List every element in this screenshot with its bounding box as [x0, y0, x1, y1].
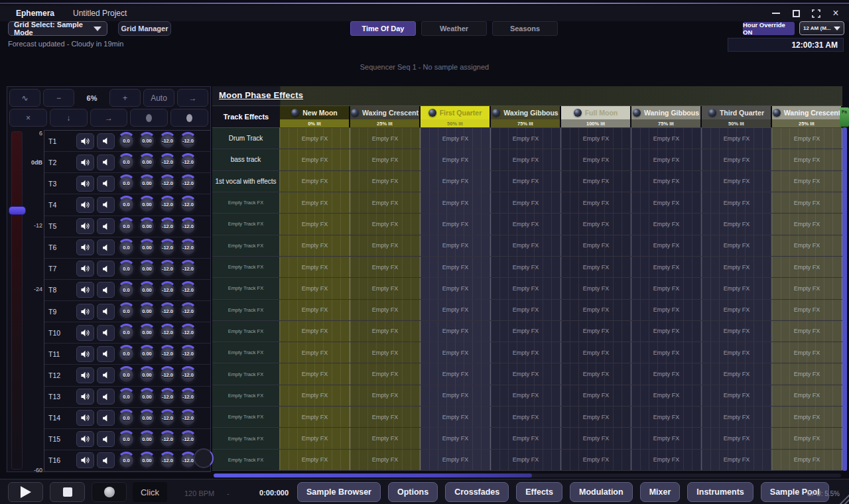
effect-cell[interactable]: Empty FX — [702, 214, 772, 234]
track-volume-button[interactable] — [76, 452, 94, 468]
effect-cell[interactable]: Empty FX — [561, 300, 631, 320]
modulation-button[interactable]: Modulation — [570, 482, 633, 502]
vertical-scrollbar[interactable] — [842, 127, 847, 471]
effect-cell[interactable]: Empty FX — [561, 171, 631, 192]
knob[interactable]: 0.00 — [138, 366, 156, 384]
effect-cell[interactable]: Empty FX — [631, 428, 702, 448]
phase-column-header[interactable]: Waxing Crescent 25% lit — [350, 106, 421, 127]
track-mute-button[interactable] — [97, 261, 115, 277]
effect-cell[interactable]: Empty FX — [772, 214, 842, 234]
effect-cell[interactable]: Empty FX — [280, 171, 350, 192]
knob[interactable]: -12.0 — [159, 174, 176, 192]
knob[interactable]: -12.0 — [179, 153, 197, 171]
phase-column-header[interactable]: Waxing Gibbous 75% lit — [491, 106, 561, 127]
track-mute-button[interactable] — [97, 218, 115, 234]
track-mute-button[interactable] — [97, 155, 115, 170]
effect-cell[interactable]: Empty FX — [631, 171, 702, 192]
track-mute-button[interactable] — [97, 431, 115, 447]
effect-cell[interactable]: Empty FX — [772, 321, 842, 342]
tab-weather[interactable]: Weather — [421, 21, 487, 36]
track-volume-button[interactable] — [76, 282, 94, 298]
knob[interactable]: -12.0 — [179, 366, 197, 384]
effect-cell[interactable]: Empty FX — [631, 257, 702, 277]
effects-button[interactable]: Effects — [516, 482, 562, 502]
effect-cell[interactable]: Empty FX — [421, 214, 491, 234]
knob[interactable]: -12.0 — [159, 196, 176, 214]
knob[interactable]: -12.0 — [159, 452, 176, 470]
knob[interactable]: -12.0 — [159, 153, 176, 171]
effect-cell[interactable]: Empty FX — [561, 192, 631, 213]
effect-cell[interactable]: Empty FX — [702, 407, 772, 427]
minimize-button[interactable] — [769, 7, 783, 19]
track-volume-button[interactable] — [76, 261, 94, 277]
knob[interactable]: 0.0 — [117, 281, 135, 299]
effect-cell[interactable]: Empty FX — [772, 257, 842, 277]
knob[interactable]: -12.0 — [159, 430, 176, 448]
effect-cell[interactable]: Empty FX — [421, 385, 491, 406]
effect-cell[interactable]: Empty FX — [702, 278, 772, 298]
effect-cell[interactable]: Empty FX — [561, 214, 631, 234]
track-effects-name[interactable]: Empty Track FX — [212, 450, 280, 470]
effect-cell[interactable]: Empty FX — [280, 428, 350, 448]
effect-cell[interactable]: Empty FX — [280, 257, 350, 277]
knob[interactable]: 0.00 — [138, 196, 156, 214]
effect-cell[interactable]: Empty FX — [350, 300, 421, 320]
track-mute-button[interactable] — [97, 304, 115, 320]
effect-cell[interactable]: Empty FX — [631, 407, 702, 427]
knob[interactable]: 0.00 — [138, 409, 156, 427]
knob[interactable]: -12.0 — [159, 218, 176, 235]
effect-cell[interactable]: Empty FX — [280, 300, 350, 320]
effect-cell[interactable]: Empty FX — [702, 300, 772, 320]
effect-cell[interactable]: Empty FX — [421, 257, 491, 277]
effect-cell[interactable]: Empty FX — [631, 235, 702, 256]
effect-cell[interactable]: Empty FX — [561, 363, 631, 384]
track-volume-button[interactable] — [76, 155, 94, 170]
effect-cell[interactable]: Empty FX — [491, 300, 561, 320]
knob[interactable]: -12.0 — [179, 196, 197, 214]
effect-cell[interactable]: Empty FX — [561, 278, 631, 298]
track-volume-button[interactable] — [76, 304, 94, 320]
effect-cell[interactable]: Empty FX — [350, 171, 421, 192]
track-effects-name[interactable]: Empty Track FX — [212, 363, 280, 384]
knob[interactable]: 0.0 — [117, 302, 135, 320]
effect-cell[interactable]: Empty FX — [491, 149, 561, 170]
knob[interactable]: 0.0 — [117, 452, 135, 470]
track-mute-button[interactable] — [97, 176, 115, 192]
effect-cell[interactable]: Empty FX — [421, 450, 491, 470]
effect-cell[interactable]: Empty FX — [631, 321, 702, 342]
effect-cell[interactable]: Empty FX — [561, 128, 631, 149]
track-mute-button[interactable] — [97, 133, 115, 149]
effect-cell[interactable]: Empty FX — [280, 128, 350, 149]
effect-cell[interactable]: Empty FX — [772, 407, 842, 427]
effect-cell[interactable]: Empty FX — [772, 278, 842, 298]
knob[interactable]: 0.0 — [117, 345, 135, 363]
knob[interactable]: 0.00 — [138, 452, 156, 470]
effect-cell[interactable]: Empty FX — [350, 214, 421, 234]
phase-column-header[interactable]: Waning Crescent 25% lit — [772, 106, 842, 127]
phase-column-header[interactable]: Waning Gibbous 75% lit — [631, 106, 702, 127]
effect-cell[interactable]: Empty FX — [280, 235, 350, 256]
effect-cell[interactable]: Empty FX — [772, 192, 842, 213]
track-effects-name[interactable]: 1st vocal with effects — [212, 171, 280, 192]
effect-cell[interactable]: Empty FX — [772, 171, 842, 192]
tab-seasons[interactable]: Seasons — [492, 21, 558, 36]
effect-cell[interactable]: Empty FX — [350, 363, 421, 384]
panel-edge-button[interactable]: Pa — [840, 107, 849, 127]
effect-cell[interactable]: Empty FX — [280, 407, 350, 427]
track-volume-button[interactable] — [76, 389, 94, 405]
effect-cell[interactable]: Empty FX — [631, 149, 702, 170]
knob[interactable]: -12.0 — [159, 281, 176, 299]
effect-cell[interactable]: Empty FX — [491, 235, 561, 256]
track-effects-name[interactable]: Empty Track FX — [212, 342, 280, 363]
knob[interactable]: -12.0 — [159, 260, 176, 278]
click-metronome-button[interactable]: Click — [133, 482, 167, 502]
effect-cell[interactable]: Empty FX — [491, 128, 561, 149]
zoom-in-button[interactable]: + — [109, 89, 141, 107]
track-effects-name[interactable]: bass track — [212, 149, 280, 170]
effect-cell[interactable]: Empty FX — [631, 342, 702, 363]
effect-cell[interactable]: Empty FX — [561, 342, 631, 363]
effect-cell[interactable]: Empty FX — [421, 235, 491, 256]
effect-cell[interactable]: Empty FX — [280, 321, 350, 342]
track-volume-button[interactable] — [76, 176, 94, 192]
knob[interactable]: 0.0 — [117, 132, 135, 150]
